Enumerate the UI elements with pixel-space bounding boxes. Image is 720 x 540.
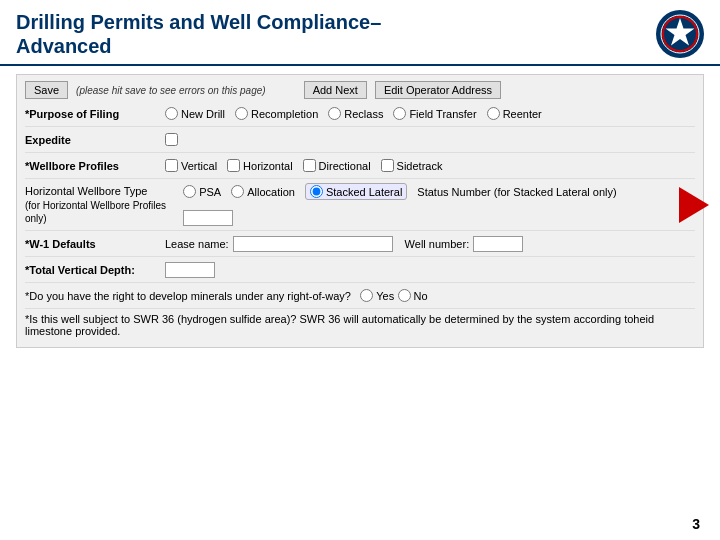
texas-star-icon xyxy=(660,14,700,54)
radio-recompletion[interactable]: Recompletion xyxy=(235,107,318,120)
radio-psa[interactable]: PSA xyxy=(183,185,221,198)
radio-reenter-input[interactable] xyxy=(487,107,500,120)
well-number-field: Well number: xyxy=(405,236,524,252)
cb-sidetrack-input[interactable] xyxy=(381,159,394,172)
radio-stacked-lateral-input[interactable] xyxy=(310,185,323,198)
right-to-develop-row: *Do you have the right to develop minera… xyxy=(25,283,695,309)
page-header: Drilling Permits and Well Compliance– Ad… xyxy=(0,0,720,66)
radio-no[interactable]: No xyxy=(398,289,428,302)
expedite-checkbox[interactable] xyxy=(165,133,178,146)
save-button[interactable]: Save xyxy=(25,81,68,99)
radio-recompletion-input[interactable] xyxy=(235,107,248,120)
lease-label: Lease name: xyxy=(165,238,229,250)
add-next-button[interactable]: Add Next xyxy=(304,81,367,99)
wellbore-profiles-label: *Wellbore Profiles xyxy=(25,160,165,172)
tvd-label: *Total Vertical Depth: xyxy=(25,264,165,276)
arrow-indicator xyxy=(679,187,709,223)
swr36-row: *Is this well subject to SWR 36 (hydroge… xyxy=(25,309,695,341)
radio-reenter[interactable]: Reenter xyxy=(487,107,542,120)
main-form: Save (please hit save to see errors on t… xyxy=(0,66,720,360)
cb-vertical-input[interactable] xyxy=(165,159,178,172)
w1-defaults-row: *W-1 Defaults Lease name: Well number: xyxy=(25,231,695,257)
page-title: Drilling Permits and Well Compliance– Ad… xyxy=(16,10,381,58)
edit-operator-button[interactable]: Edit Operator Address xyxy=(375,81,501,99)
toolbar-row: Save (please hit save to see errors on t… xyxy=(25,81,695,99)
cb-vertical[interactable]: Vertical xyxy=(165,159,217,172)
wellbore-profiles-group: Vertical Horizontal Directional Sidetrac… xyxy=(165,159,442,172)
purpose-of-filing-row: *Purpose of Filing New Drill Recompletio… xyxy=(25,101,695,127)
swr36-text: *Is this well subject to SWR 36 (hydroge… xyxy=(25,313,695,337)
radio-yes[interactable]: Yes xyxy=(360,289,394,302)
purpose-radio-group: New Drill Recompletion Reclass Field Tra… xyxy=(165,107,542,120)
purpose-label: *Purpose of Filing xyxy=(25,108,165,120)
right-to-develop-text: *Do you have the right to develop minera… xyxy=(25,290,351,302)
well-number-label: Well number: xyxy=(405,238,470,250)
radio-yes-input[interactable] xyxy=(360,289,373,302)
radio-reclass[interactable]: Reclass xyxy=(328,107,383,120)
horizontal-wellbore-group: PSA Allocation Stacked Lateral Status Nu… xyxy=(183,183,655,226)
radio-allocation[interactable]: Allocation xyxy=(231,185,295,198)
cb-directional[interactable]: Directional xyxy=(303,159,371,172)
cb-horizontal[interactable]: Horizontal xyxy=(227,159,293,172)
radio-new-drill[interactable]: New Drill xyxy=(165,107,225,120)
w1-fields: Lease name: Well number: xyxy=(165,236,523,252)
radio-no-input[interactable] xyxy=(398,289,411,302)
cb-sidetrack[interactable]: Sidetrack xyxy=(381,159,443,172)
page-number: 3 xyxy=(692,516,700,532)
tvd-input[interactable] xyxy=(165,262,215,278)
expedite-label: Expedite xyxy=(25,134,165,146)
horizontal-wellbore-row: Horizontal Wellbore Type (for Horizontal… xyxy=(25,179,695,231)
w1-label: *W-1 Defaults xyxy=(25,238,165,250)
radio-field-transfer-input[interactable] xyxy=(393,107,406,120)
lease-name-field: Lease name: xyxy=(165,236,393,252)
tvd-row: *Total Vertical Depth: xyxy=(25,257,695,283)
cb-horizontal-input[interactable] xyxy=(227,159,240,172)
lease-name-input[interactable] xyxy=(233,236,393,252)
expedite-row: Expedite xyxy=(25,127,695,153)
well-number-input[interactable] xyxy=(473,236,523,252)
radio-new-drill-input[interactable] xyxy=(165,107,178,120)
radio-allocation-input[interactable] xyxy=(231,185,244,198)
texas-logo xyxy=(656,10,704,58)
status-number-input[interactable] xyxy=(183,210,233,226)
radio-psa-input[interactable] xyxy=(183,185,196,198)
save-hint: (please hit save to see errors on this p… xyxy=(76,85,266,96)
radio-reclass-input[interactable] xyxy=(328,107,341,120)
radio-field-transfer[interactable]: Field Transfer xyxy=(393,107,476,120)
wellbore-profiles-row: *Wellbore Profiles Vertical Horizontal D… xyxy=(25,153,695,179)
cb-directional-input[interactable] xyxy=(303,159,316,172)
horizontal-wellbore-label: Horizontal Wellbore Type (for Horizontal… xyxy=(25,184,183,224)
status-number-label: Status Number (for Stacked Lateral only) xyxy=(417,186,616,198)
form-container: Save (please hit save to see errors on t… xyxy=(16,74,704,348)
radio-stacked-lateral[interactable]: Stacked Lateral xyxy=(305,183,407,200)
